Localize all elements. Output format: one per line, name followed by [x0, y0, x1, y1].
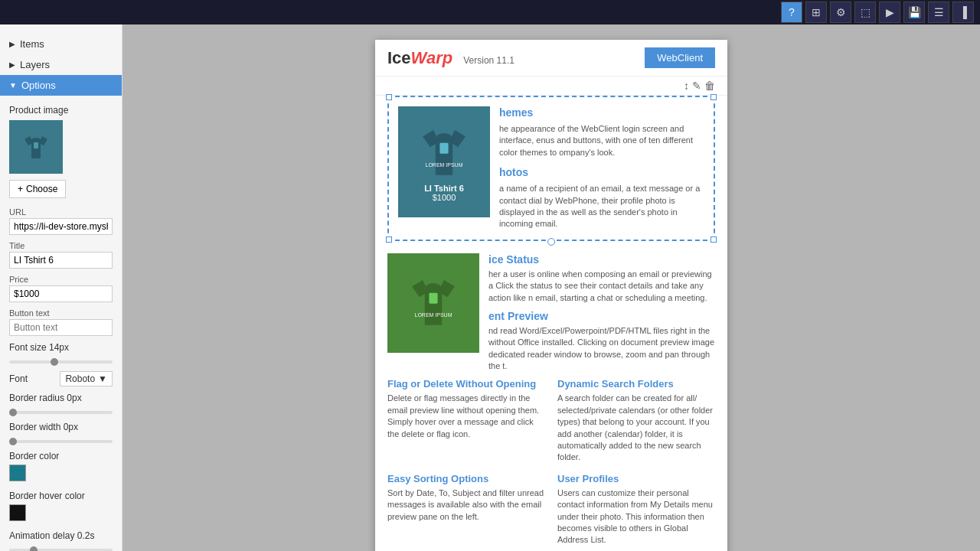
font-size-slider[interactable] — [0, 356, 122, 368]
title-input[interactable] — [9, 252, 113, 269]
delete-icon[interactable]: 🗑 — [704, 80, 715, 92]
feature-text-right: hemes he appearance of the WebClient log… — [499, 106, 704, 230]
button-text-input[interactable] — [9, 319, 113, 336]
tshirt-preview-icon — [21, 132, 51, 162]
resize-handle-br[interactable] — [710, 236, 717, 243]
animation-delay-row: Animation delay 0.2s — [0, 527, 122, 544]
right-content: IceWarp Version 11.1 WebClient ↕ ✎ 🗑 — [122, 24, 980, 551]
choose-button[interactable]: + Choose — [9, 180, 66, 198]
price-label: Price — [9, 275, 113, 284]
import-icon[interactable]: ⬚ — [854, 2, 876, 23]
svg-rect-1 — [439, 142, 448, 153]
resize-handle-bottom[interactable] — [547, 238, 555, 246]
presence-preview-text: ice Status her a user is online when com… — [488, 253, 715, 373]
choose-label: Choose — [26, 184, 57, 194]
list-icon[interactable]: ☰ — [928, 2, 949, 23]
main-layout: ▶ Items ▶ Layers ▼ Options Product image — [0, 24, 980, 551]
flag-text: Delete or flag messages directly in the … — [387, 393, 545, 440]
svg-rect-3 — [429, 292, 437, 303]
green-tshirt-row: LOREM IPSUM ice Status her a user is onl… — [375, 247, 727, 379]
animation-delay-slider[interactable] — [0, 544, 122, 551]
sidebar-item-items[interactable]: ▶ Items — [0, 34, 122, 54]
title-label: Title — [9, 241, 113, 250]
settings-icon[interactable]: ⚙ — [830, 2, 851, 23]
border-hover-color-swatch[interactable] — [9, 504, 26, 521]
product-image-section: Product image + Choose — [0, 99, 122, 204]
items-label: Items — [20, 38, 44, 50]
border-width-slider[interactable] — [0, 435, 122, 448]
svg-rect-0 — [34, 142, 38, 148]
svg-text:LOREM IPSUM: LOREM IPSUM — [425, 161, 462, 167]
presence-text: her a user is online when composing an e… — [488, 269, 715, 304]
export-icon[interactable]: ▶ — [879, 2, 900, 23]
green-tshirt-svg: LOREM IPSUM — [407, 272, 460, 334]
arrow-icon: ▼ — [9, 81, 17, 90]
font-select[interactable]: Roboto ▼ — [60, 371, 113, 386]
price-input[interactable] — [9, 285, 113, 302]
url-field-group: URL — [0, 204, 122, 238]
resize-handle-tl[interactable] — [386, 94, 392, 100]
icewarp-version: Version 11.1 — [463, 55, 514, 66]
photos-text: a name of a recipient of an email, a tex… — [499, 183, 704, 230]
webclient-button[interactable]: WebClient — [645, 47, 715, 68]
user-profiles-feature: User Profiles Users can customize their … — [557, 473, 715, 546]
edit-icons-row: ↕ ✎ 🗑 — [375, 77, 727, 96]
dynamic-feature: Dynamic Search Folders A search folder c… — [557, 378, 715, 463]
font-size-row: Font size 14px — [0, 339, 122, 356]
button-text-field-group: Button text — [0, 305, 122, 339]
product-image-label: Product image — [9, 105, 113, 116]
dynamic-title: Dynamic Search Folders — [557, 378, 715, 390]
animation-delay-label: Animation delay 0.2s — [9, 530, 94, 541]
url-input[interactable] — [9, 218, 113, 235]
panel-icon[interactable]: ▐ — [952, 2, 974, 23]
resize-handle-bl[interactable] — [386, 236, 392, 243]
blue-tshirt-svg: LOREM IPSUM — [417, 122, 471, 184]
product-feature-area: LOREM IPSUM LI Tshirt 6 $1000 hemes he a… — [387, 96, 715, 241]
top-toolbar: ? ⊞ ⚙ ⬚ ▶ 💾 ☰ ▐ — [0, 0, 980, 24]
preview-text: nd read Word/Excel/Powerpoint/PDF/HTML f… — [488, 325, 715, 373]
sidebar-item-layers[interactable]: ▶ Layers — [0, 54, 122, 75]
border-radius-slider[interactable] — [0, 406, 122, 419]
edit-icon[interactable]: ✎ — [692, 80, 701, 92]
features-row-1: Flag or Delete Without Opening Delete or… — [375, 378, 727, 472]
border-color-swatch[interactable] — [9, 465, 26, 481]
border-radius-row: Border radius 0px — [0, 390, 122, 406]
icewarp-document: IceWarp Version 11.1 WebClient ↕ ✎ 🗑 — [375, 40, 727, 551]
user-profiles-title: User Profiles — [557, 473, 715, 484]
dynamic-text: A search folder can be created for all/ … — [557, 393, 715, 463]
features-row-2: Easy Sorting Options Sort by Date, To, S… — [375, 473, 727, 551]
chevron-down-icon: ▼ — [98, 373, 107, 384]
presence-title: ice Status — [488, 253, 715, 266]
price-field-group: Price — [0, 272, 122, 305]
sorting-text: Sort by Date, To, Subject and filter unr… — [387, 487, 545, 523]
grid-icon[interactable]: ⊞ — [805, 2, 827, 23]
url-label: URL — [9, 207, 113, 217]
arrow-icon: ▶ — [9, 40, 15, 48]
border-radius-label: Border radius 0px — [9, 393, 82, 403]
resize-handle-tr[interactable] — [710, 94, 717, 100]
blue-tshirt-image: LOREM IPSUM LI Tshirt 6 $1000 — [398, 106, 490, 217]
sidebar-item-options[interactable]: ▼ Options — [0, 75, 122, 96]
product-name-overlay: LI Tshirt 6 — [424, 184, 464, 193]
icewarp-header: IceWarp Version 11.1 WebClient — [375, 40, 727, 77]
flag-title: Flag or Delete Without Opening — [387, 378, 545, 390]
font-value: Roboto — [65, 373, 95, 384]
save-icon[interactable]: 💾 — [903, 2, 925, 23]
photos-title: hotos — [499, 166, 704, 178]
sorting-feature: Easy Sorting Options Sort by Date, To, S… — [387, 473, 545, 546]
border-width-row: Border width 0px — [0, 419, 122, 435]
icewarp-logo: IceWarp — [387, 48, 452, 68]
font-size-label: Font size 14px — [9, 342, 69, 353]
product-image-preview — [9, 120, 63, 174]
themes-title: hemes — [499, 106, 704, 119]
options-label: Options — [21, 80, 56, 91]
svg-text:LOREM IPSUM: LOREM IPSUM — [414, 311, 452, 317]
button-text-label: Button text — [9, 308, 113, 318]
green-tshirt-image: LOREM IPSUM — [387, 253, 479, 353]
border-color-group: Border color — [0, 448, 122, 487]
warp-text: Warp — [411, 48, 453, 67]
user-profiles-text: Users can customize their personal conta… — [557, 487, 715, 546]
font-control-row: Font Roboto ▼ — [0, 368, 122, 390]
help-icon[interactable]: ? — [781, 2, 802, 23]
move-icon[interactable]: ↕ — [684, 80, 689, 92]
